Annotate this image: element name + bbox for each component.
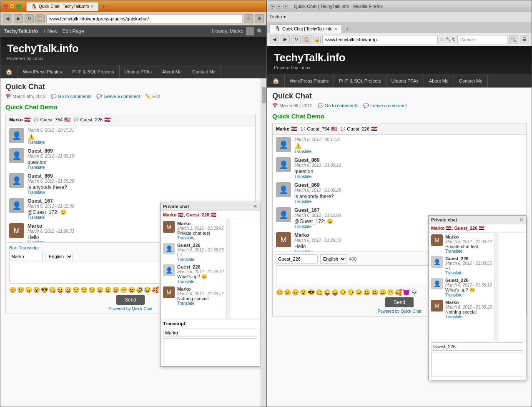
popup-close-left[interactable]: ✕	[253, 204, 257, 209]
nav-about-right[interactable]: About Me	[424, 74, 454, 87]
r-emoji-2[interactable]: 😢	[284, 289, 291, 296]
emoji-11[interactable]: 😉	[88, 286, 95, 293]
bookmark-star-right[interactable]: ☆	[439, 37, 444, 42]
emoji-5[interactable]: 😎	[41, 286, 48, 293]
close-button-right[interactable]: ✕	[270, 4, 275, 9]
home-button-right[interactable]: 🏠	[302, 35, 311, 44]
nav-home-left[interactable]: 🏠	[0, 65, 18, 78]
new-tab-button-right[interactable]: +	[344, 25, 351, 33]
r-emoji-14[interactable]: 😄	[379, 289, 386, 296]
r-emoji-1[interactable]: 😊	[276, 289, 283, 296]
user-marko-left[interactable]: Marko 🇭🇷	[9, 117, 30, 123]
emoji-19[interactable]: 🥰	[152, 286, 159, 293]
nav-wp-plugins-right[interactable]: WordPress Plugins	[285, 74, 334, 87]
user-guest226-right[interactable]: 💬 Guest_226 🇭🇷	[341, 126, 377, 132]
address-bar-right[interactable]	[322, 35, 438, 44]
priv-translate-2-left[interactable]: Translate	[177, 257, 224, 262]
powered-by-link-right[interactable]: Powered by Quick Chat	[377, 309, 421, 314]
popup-textarea-right[interactable]	[431, 352, 523, 377]
address-bar-left[interactable]	[46, 14, 242, 23]
r-translate-1[interactable]: Translate	[294, 149, 523, 154]
nav-contact-left[interactable]: Contact Me	[187, 65, 221, 78]
emoji-17[interactable]: 🤣	[136, 286, 143, 293]
emoji-8[interactable]: 😛	[65, 286, 72, 293]
active-tab-right[interactable]: 🐧 Quick Chat | TechyTalk.info ✕	[270, 24, 342, 33]
r-translate-2[interactable]: Translate	[294, 174, 523, 179]
popup-scrollbar-right[interactable]	[494, 233, 499, 341]
wp-site-name-left[interactable]: TechyTalk.info	[4, 28, 38, 34]
wp-edit-page-left[interactable]: Edit Page	[63, 28, 84, 34]
emoji-4[interactable]: 😮	[33, 286, 40, 293]
r-priv-translate-4[interactable]: Translate	[445, 314, 492, 319]
popup-name-input-right[interactable]	[431, 342, 523, 351]
r-emoji-15[interactable]: 😁	[387, 289, 394, 296]
emoji-14[interactable]: 😄	[112, 286, 119, 293]
refresh-button-right[interactable]: ↻	[291, 35, 301, 44]
nav-php-right[interactable]: PHP & SQL Projects	[334, 74, 386, 87]
r-emoji-6[interactable]: 😋	[316, 289, 323, 296]
r-emoji-16[interactable]: 🥰	[395, 289, 402, 296]
emoji-7[interactable]: 😜	[57, 286, 64, 293]
emoji-2[interactable]: 😢	[17, 286, 24, 293]
send-button-left[interactable]: Send	[116, 295, 145, 305]
leave-comment-left[interactable]: 💬 Leave a comment	[96, 94, 140, 99]
emoji-10[interactable]: 😏	[80, 286, 88, 293]
r-priv-translate-2[interactable]: Translate	[445, 271, 492, 275]
maximize-button-right[interactable]: +	[283, 4, 288, 9]
popup-textarea-left[interactable]	[163, 338, 257, 363]
priv-translate-1-left[interactable]: Translate	[177, 236, 224, 240]
popup-scrollbar-left[interactable]	[226, 219, 231, 319]
right-name-input[interactable]	[276, 254, 318, 264]
emoji-3[interactable]: 😠	[25, 286, 32, 293]
ie-compat-right[interactable]: 🔧	[445, 37, 451, 42]
r-emoji-3[interactable]: 😠	[292, 289, 299, 296]
popup-close-right[interactable]: ✕	[519, 217, 523, 223]
r-emoji-12[interactable]: 😀	[363, 289, 370, 296]
r-translate-3[interactable]: Translate	[294, 199, 523, 204]
emoji-6[interactable]: 😋	[49, 286, 56, 293]
r-emoji-8[interactable]: 😛	[331, 289, 339, 296]
minimize-button-right[interactable]: −	[276, 4, 281, 9]
edit-left[interactable]: ✏️ Edit	[145, 94, 160, 99]
nav-about-left[interactable]: About Me	[157, 65, 187, 78]
user-guest754-right[interactable]: 💬 Guest_754 🇺🇸	[301, 126, 337, 132]
tab-close-left[interactable]: ✕	[90, 4, 94, 9]
nav-ubuntu-left[interactable]: Ubuntu PPAs	[120, 65, 157, 78]
close-button-left[interactable]: ✕	[3, 4, 8, 9]
popup-name-input-left[interactable]	[163, 329, 257, 337]
refresh-r[interactable]: ↻	[452, 37, 456, 42]
forward-button-left[interactable]: ▶	[14, 14, 23, 23]
r-emoji-7[interactable]: 😜	[324, 289, 331, 296]
powered-by-link-left[interactable]: Powered by Quick Chat	[108, 307, 152, 311]
msg-translate-1-left[interactable]: Translate	[28, 140, 252, 145]
new-tab-button-left[interactable]: +	[100, 3, 107, 10]
search-button-right[interactable]: 🔍	[509, 35, 518, 44]
right-lang-select[interactable]: English	[320, 254, 346, 264]
leave-comment-right[interactable]: 💬 Leave a comment	[363, 103, 407, 108]
r-emoji-9[interactable]: 😒	[339, 289, 346, 296]
r-emoji-4[interactable]: 😮	[300, 289, 307, 296]
active-tab-left[interactable]: 🐧 Quick Chat | TechyTalk.info ✕	[26, 2, 98, 11]
emoji-12[interactable]: 😀	[96, 286, 103, 293]
nav-php-left[interactable]: PHP & SQL Projects	[67, 65, 119, 78]
extra-tools-right[interactable]: ☰	[520, 35, 529, 44]
nav-ubuntu-right[interactable]: Ubuntu PPAs	[386, 74, 424, 87]
admin-search-icon-left[interactable]: 🔍	[257, 28, 263, 34]
wp-new-item-left[interactable]: + New	[43, 28, 57, 34]
refresh-button-left[interactable]: ↻	[25, 14, 34, 23]
nav-home-right[interactable]: 🏠	[267, 74, 285, 87]
msg-translate-3-left[interactable]: Translate	[28, 190, 252, 195]
user-marko-right[interactable]: Marko 🇭🇷	[276, 126, 297, 132]
r-emoji-17[interactable]: 😈	[403, 289, 410, 296]
priv-translate-4-left[interactable]: Translate	[177, 301, 224, 306]
send-button-right[interactable]: Send	[385, 297, 414, 307]
emoji-18[interactable]: 😂	[144, 286, 151, 293]
r-emoji-11[interactable]: 😉	[355, 289, 362, 296]
nav-contact-right[interactable]: Contact Me	[454, 74, 488, 87]
home-button-left[interactable]: 🏠	[35, 14, 45, 23]
r-emoji-5[interactable]: 😎	[308, 289, 315, 296]
back-button-right[interactable]: ◀	[270, 35, 279, 44]
tab-close-right[interactable]: ✕	[334, 27, 337, 31]
r-emoji-18[interactable]: 💀	[411, 289, 418, 296]
maximize-button-left[interactable]: +	[16, 4, 21, 9]
